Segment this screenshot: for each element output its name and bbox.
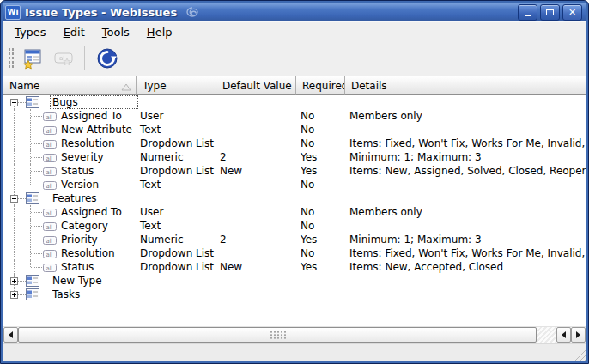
window-title: Issue Types - WebIssues xyxy=(25,6,177,19)
svg-text:al: al xyxy=(46,114,52,121)
add-issue-type-button[interactable] xyxy=(19,45,46,72)
column-header-required[interactable]: Required xyxy=(296,76,345,95)
type-name-label: Bugs xyxy=(50,95,138,109)
expand-expander-icon[interactable] xyxy=(10,277,18,285)
expand-expander-icon[interactable] xyxy=(10,291,18,299)
attribute-row[interactable]: alResolutionDropdown ListNoItems: Fixed,… xyxy=(3,246,586,260)
attribute-required-cell: No xyxy=(301,247,314,259)
app-icon[interactable]: Wi xyxy=(5,5,21,20)
arrow-left-icon xyxy=(558,331,566,338)
statusbar xyxy=(3,343,586,361)
scroll-left-button[interactable] xyxy=(3,327,18,343)
svg-text:al: al xyxy=(46,142,52,149)
attribute-name-label: Status xyxy=(61,165,94,177)
attribute-name-label: New Attribute xyxy=(61,124,132,136)
add-issue-type-icon xyxy=(21,47,44,70)
attribute-icon: al xyxy=(43,235,57,247)
attribute-required-cell: No xyxy=(301,124,314,136)
attribute-required-cell: Yes xyxy=(301,151,317,163)
attribute-type-cell: Dropdown List xyxy=(140,165,214,177)
attribute-details-cell: Minimum: 1; Maximum: 3 xyxy=(349,151,586,163)
toolbar-drag-handle[interactable] xyxy=(7,46,14,70)
scroll-left-button-2[interactable] xyxy=(556,327,571,343)
minimize-icon xyxy=(525,15,531,16)
svg-text:al: al xyxy=(46,169,52,176)
attribute-required-cell: No xyxy=(301,179,314,191)
attribute-row[interactable]: alPriorityNumeric2YesMinimum: 1; Maximum… xyxy=(3,233,586,246)
attribute-icon: al xyxy=(43,125,57,137)
minimize-button[interactable] xyxy=(518,4,537,21)
menubar: TypesEditToolsHelp xyxy=(3,21,586,41)
svg-text:al: al xyxy=(46,210,52,217)
menu-tools[interactable]: Tools xyxy=(94,24,138,40)
attribute-row[interactable]: alResolutionDropdown ListNoItems: Fixed,… xyxy=(3,136,586,150)
attribute-type-cell: Text xyxy=(140,124,161,136)
update-button[interactable] xyxy=(94,45,121,72)
attribute-type-cell: User xyxy=(140,206,163,218)
close-button[interactable]: ✕ xyxy=(562,4,582,21)
menu-edit[interactable]: Edit xyxy=(55,24,94,40)
attribute-row[interactable]: alVersionTextNo xyxy=(3,178,586,191)
svg-text:al: al xyxy=(46,155,52,162)
type-row[interactable]: Features xyxy=(3,191,586,205)
type-row[interactable]: Tasks xyxy=(3,288,586,301)
attribute-type-cell: Dropdown List xyxy=(140,261,214,273)
issue-types-view: NameTypeDefault ValueRequiredDetails Bug… xyxy=(3,76,586,343)
attribute-row[interactable]: alSeverityNumeric2YesMinimum: 1; Maximum… xyxy=(3,150,586,164)
attribute-details-cell: Items: Fixed, Won't Fix, Works For Me, I… xyxy=(349,137,586,149)
column-header-details[interactable]: Details xyxy=(345,76,586,95)
scrollbar-thumb[interactable] xyxy=(18,327,537,343)
scroll-right-button[interactable] xyxy=(571,327,586,343)
attribute-icon: al xyxy=(43,139,57,151)
attribute-name-label: Assigned To xyxy=(61,206,122,218)
arrow-left-icon xyxy=(5,331,13,338)
attribute-row[interactable]: alStatusDropdown ListNewYesItems: New, A… xyxy=(3,260,586,274)
attribute-icon: al xyxy=(43,180,57,192)
attribute-type-cell: Numeric xyxy=(140,151,184,163)
menu-help[interactable]: Help xyxy=(138,24,181,40)
attribute-type-cell: Dropdown List xyxy=(140,247,214,259)
collapse-expander-icon[interactable] xyxy=(10,195,18,203)
type-row[interactable]: Bugs xyxy=(3,95,586,109)
column-header-type[interactable]: Type xyxy=(137,76,216,95)
attribute-row[interactable]: alCategoryTextNo xyxy=(3,219,586,233)
svg-text:al: al xyxy=(46,252,52,258)
maximize-button[interactable] xyxy=(540,4,560,21)
attribute-details-cell: Members only xyxy=(349,110,586,122)
attribute-details-cell: Items: New, Accepted, Closed xyxy=(349,261,586,273)
attribute-details-cell: Items: Fixed, Won't Fix, Works For Me, I… xyxy=(349,247,586,259)
add-attribute-button: al xyxy=(50,45,77,72)
scrollbar-track[interactable] xyxy=(537,327,556,343)
attribute-icon: al xyxy=(43,112,57,124)
type-name-label: Features xyxy=(52,192,97,204)
attribute-row[interactable]: alAssigned ToUserNoMembers only xyxy=(3,109,586,123)
attribute-type-cell: User xyxy=(140,110,163,122)
resize-grip[interactable] xyxy=(574,349,586,361)
svg-text:al: al xyxy=(46,238,52,245)
type-row[interactable]: New Type xyxy=(3,274,586,288)
refresh-icon xyxy=(96,47,118,70)
toolbar-separator xyxy=(84,46,85,70)
attribute-required-cell: No xyxy=(301,206,314,218)
attribute-type-cell: Dropdown List xyxy=(140,137,214,149)
column-header-name[interactable]: Name xyxy=(3,76,137,95)
column-header-default-value[interactable]: Default Value xyxy=(216,76,296,95)
svg-text:al: al xyxy=(46,128,52,135)
attribute-default-cell: 2 xyxy=(220,234,227,246)
attribute-required-cell: Yes xyxy=(301,234,317,246)
attribute-row[interactable]: alAssigned ToUserNoMembers only xyxy=(3,205,586,219)
attribute-row[interactable]: alStatusDropdown ListNewYesItems: New, A… xyxy=(3,164,586,178)
sort-ascending-icon xyxy=(121,82,131,94)
menu-types[interactable]: Types xyxy=(6,24,55,40)
collapse-expander-icon[interactable] xyxy=(10,99,18,106)
thumb-grip-icon xyxy=(270,331,286,339)
attribute-default-cell: New xyxy=(220,165,242,177)
attribute-details-cell: Minimum: 1; Maximum: 3 xyxy=(349,234,586,246)
attribute-required-cell: No xyxy=(301,220,314,232)
attribute-required-cell: Yes xyxy=(301,165,317,177)
attribute-row[interactable]: alNew AttributeTextNo xyxy=(3,123,586,136)
window-controls: ✕ xyxy=(518,4,584,21)
horizontal-scrollbar[interactable] xyxy=(3,326,586,343)
titlebar[interactable]: Wi Issue Types - WebIssues ✕ xyxy=(3,3,586,21)
attribute-name-label: Severity xyxy=(61,151,104,163)
